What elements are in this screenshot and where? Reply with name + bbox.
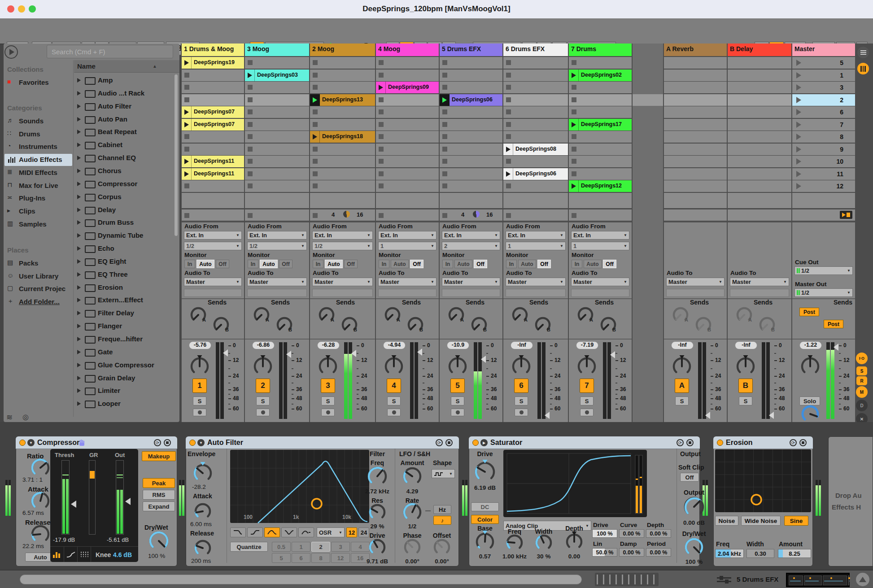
- empty-clip-slot[interactable]: [503, 119, 568, 131]
- transfer-curve-icon[interactable]: [66, 551, 75, 558]
- notch-filter-button[interactable]: [281, 527, 297, 537]
- expander-icon[interactable]: [77, 91, 81, 96]
- monitor-in-button[interactable]: In: [379, 260, 389, 268]
- clip-stop-button[interactable]: [442, 183, 447, 188]
- list-item[interactable]: Auto Filter: [74, 100, 174, 113]
- lfo-shape-select[interactable]: ▼: [432, 469, 455, 478]
- list-item[interactable]: Echo: [74, 243, 174, 255]
- filter-drive-knob[interactable]: [367, 536, 388, 558]
- mode-sine-button[interactable]: Sine: [784, 516, 808, 526]
- scene-slot[interactable]: 3: [792, 82, 855, 93]
- empty-clip-slot[interactable]: [503, 156, 568, 167]
- show-track-delay-toggle[interactable]: D: [856, 400, 868, 411]
- clip-stop-button[interactable]: [184, 85, 189, 90]
- expander-icon[interactable]: [77, 195, 81, 199]
- clip-stop-button[interactable]: [248, 147, 253, 152]
- sidebar-item-audio-effects[interactable]: Audio Effects: [4, 154, 72, 166]
- clip-launch-button[interactable]: [182, 57, 192, 69]
- empty-clip-slot[interactable]: [440, 156, 502, 167]
- list-item[interactable]: EQ Eight: [74, 256, 174, 268]
- waveshaper-param-value[interactable]: 0.00 %: [646, 529, 671, 538]
- track-number-button[interactable]: 4: [387, 379, 401, 393]
- depth-knob[interactable]: [563, 531, 585, 553]
- stop-all-clips-button[interactable]: [840, 211, 852, 219]
- expander-icon[interactable]: [77, 363, 81, 367]
- expander-icon[interactable]: [77, 233, 81, 238]
- list-item[interactable]: Amp: [74, 74, 174, 87]
- empty-clip-slot[interactable]: [310, 168, 375, 180]
- show-sends-toggle[interactable]: S: [856, 366, 867, 375]
- save-preset-icon[interactable]: [164, 439, 171, 446]
- scene-slot[interactable]: 8: [792, 131, 855, 143]
- monitor-in-button[interactable]: In: [248, 260, 258, 268]
- monitor-off-button[interactable]: Off: [410, 260, 423, 268]
- pan-knob[interactable]: [799, 355, 822, 378]
- empty-clip-slot[interactable]: [376, 180, 439, 192]
- soft-clip-button[interactable]: Off: [680, 473, 699, 482]
- clip-slot[interactable]: DeepSprings03: [245, 70, 309, 81]
- monitor-in-button[interactable]: In: [184, 260, 195, 268]
- track-number-button[interactable]: 1: [192, 379, 207, 393]
- mixer-overview-icon[interactable]: [857, 63, 869, 74]
- device-on-toggle[interactable]: [472, 440, 479, 446]
- solo-button[interactable]: S: [256, 396, 270, 405]
- threshold-handle[interactable]: [71, 501, 76, 508]
- clip-stop-button[interactable]: [248, 60, 253, 65]
- expander-icon[interactable]: [77, 272, 81, 277]
- clip-stop-button[interactable]: [313, 73, 318, 78]
- clip-stop-button[interactable]: [506, 122, 511, 127]
- volume-value[interactable]: -10.9: [447, 341, 469, 349]
- activity-view-icon[interactable]: [53, 551, 62, 558]
- empty-clip-slot[interactable]: [569, 57, 632, 69]
- clip-stop-button[interactable]: [379, 109, 384, 114]
- clip-slot[interactable]: DeepSprings17: [569, 119, 632, 131]
- scene-launch-icon[interactable]: [796, 122, 801, 128]
- scene-launch-icon[interactable]: [796, 183, 801, 189]
- lfo-hz-button[interactable]: Hz: [433, 505, 451, 514]
- return-letter-button[interactable]: B: [738, 379, 753, 393]
- audio-from-select[interactable]: Ext. In▼: [184, 231, 242, 240]
- color-button[interactable]: Color: [471, 515, 499, 524]
- scene-slot[interactable]: 6: [792, 106, 855, 118]
- expander-icon[interactable]: [77, 298, 81, 302]
- empty-clip-slot[interactable]: [245, 168, 309, 180]
- clip-launch-button[interactable]: [440, 94, 450, 106]
- save-preset-icon[interactable]: [799, 439, 807, 446]
- audio-to-select[interactable]: Master▼: [378, 278, 436, 286]
- waveshaper-param-value[interactable]: 0.00 %: [646, 548, 671, 557]
- clip-launch-button[interactable]: [182, 156, 192, 167]
- solo-button[interactable]: S: [675, 396, 689, 405]
- output-knob[interactable]: [681, 494, 707, 519]
- lfo-phase-knob[interactable]: [402, 536, 423, 558]
- monitor-auto-button[interactable]: Auto: [196, 260, 214, 268]
- clip-launch-button[interactable]: [310, 131, 320, 143]
- expander-icon[interactable]: [77, 401, 81, 406]
- empty-clip-slot[interactable]: [245, 94, 309, 106]
- save-preset-icon[interactable]: [686, 439, 694, 446]
- volume-fader-handle[interactable]: [705, 412, 710, 419]
- freq-slider[interactable]: 2.04 kHz: [715, 549, 744, 558]
- empty-clip-slot[interactable]: [569, 106, 632, 118]
- monitor-auto-button[interactable]: Auto: [325, 260, 343, 268]
- device-expand-icon[interactable]: ▼: [27, 439, 35, 446]
- clip-stop-button[interactable]: [379, 97, 384, 102]
- sidebar-item-user-library[interactable]: ☺User Library: [4, 270, 72, 283]
- expander-icon[interactable]: [77, 337, 81, 341]
- mode-noise-button[interactable]: Noise: [715, 516, 738, 526]
- quantize-value-button[interactable]: 3: [331, 542, 350, 552]
- hot-swap-icon[interactable]: ⟳: [154, 439, 161, 446]
- empty-clip-slot[interactable]: [182, 94, 244, 106]
- clip-stop-button[interactable]: [572, 85, 576, 90]
- input-channel-select[interactable]: 1▼: [506, 242, 566, 250]
- clip-stop-button[interactable]: [184, 134, 189, 139]
- sidebar-item-current-projec[interactable]: ▢Current Projec: [4, 283, 72, 295]
- clip-stop-button[interactable]: [572, 159, 576, 164]
- sidebar-item-sounds[interactable]: ♬Sounds: [4, 115, 72, 127]
- clip-stop-button[interactable]: [442, 122, 447, 127]
- expander-icon[interactable]: [77, 130, 81, 134]
- scene-launch-icon[interactable]: [796, 134, 801, 140]
- empty-clip-slot[interactable]: [376, 168, 439, 180]
- audio-to-select[interactable]: Master▼: [571, 278, 629, 286]
- sidebar-item-drums[interactable]: ∷Drums: [4, 128, 72, 140]
- empty-clip-slot[interactable]: [503, 57, 568, 69]
